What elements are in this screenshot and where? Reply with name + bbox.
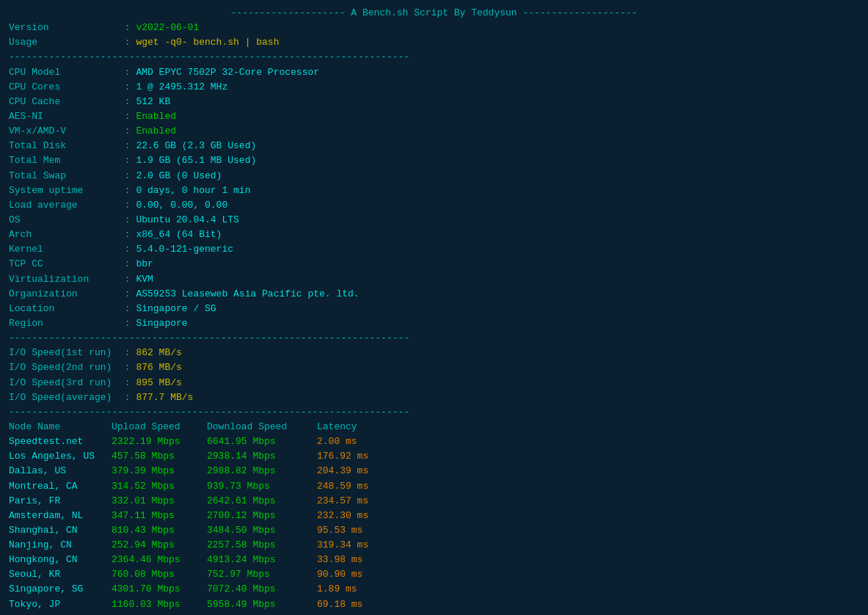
th-node: Node Name	[9, 420, 112, 434]
vm-line: VM-x/AMD-V : Enabled	[9, 124, 859, 139]
total-mem-value: 1.9 GB (65.1 MB Used)	[136, 153, 256, 168]
aes-ni-line: AES-NI : Enabled	[9, 109, 859, 124]
total-swap-label: Total Swap	[9, 169, 119, 183]
vm-label: VM-x/AMD-V	[9, 124, 119, 139]
speed-download: 2700.12 Mbps	[207, 509, 317, 523]
speed-table-row: Hongkong, CN 2364.46 Mbps 4913.24 Mbps 3…	[9, 553, 859, 567]
speed-node: Amsterdam, NL	[9, 509, 112, 523]
aes-ni-value: Enabled	[136, 109, 176, 124]
total-swap-line: Total Swap : 2.0 GB (0 Used)	[9, 169, 859, 183]
speed-latency: 33.98 ms	[317, 553, 362, 567]
org-value: AS59253 Leaseweb Asia Pacific pte. ltd.	[136, 287, 359, 302]
io-run1-value: 862 MB/s	[136, 346, 181, 360]
cpu-cache-line: CPU Cache : 512 KB	[9, 95, 859, 109]
region-value: Singapore	[136, 316, 187, 331]
divider-1: ----------------------------------------…	[9, 50, 859, 65]
speed-latency: 95.53 ms	[317, 523, 362, 538]
speed-node: Shanghai, CN	[9, 523, 112, 538]
io-run3-line: I/O Speed(3rd run) : 895 MB/s	[9, 376, 859, 390]
speed-download: 752.97 Mbps	[207, 567, 317, 582]
virtualization-label: Virtualization	[9, 272, 119, 287]
speed-node: Hongkong, CN	[9, 553, 112, 567]
speed-node: Tokyo, JP	[9, 597, 112, 612]
speed-table-row: Montreal, CA 314.52 Mbps 939.73 Mbps 248…	[9, 479, 859, 494]
speed-latency: 319.34 ms	[317, 538, 368, 553]
speed-node: Paris, FR	[9, 494, 112, 509]
speed-upload: 760.08 Mbps	[112, 567, 207, 582]
tcp-cc-value: bbr	[136, 257, 153, 272]
cpu-cache-value: 512 KB	[136, 95, 170, 109]
speed-node: Nanjing, CN	[9, 538, 112, 553]
os-line: OS : Ubuntu 20.04.4 LTS	[9, 213, 859, 228]
speed-table-row: Tokyo, JP 1160.03 Mbps 5958.49 Mbps 69.1…	[9, 597, 859, 612]
os-value: Ubuntu 20.04.4 LTS	[136, 213, 238, 228]
cpu-model-label: CPU Model	[9, 65, 119, 80]
location-label: Location	[9, 302, 119, 316]
speed-download: 3484.50 Mbps	[207, 523, 317, 538]
speed-table-row: Seoul, KR 760.08 Mbps 752.97 Mbps 90.90 …	[9, 567, 859, 582]
kernel-label: Kernel	[9, 242, 119, 257]
speed-latency: 204.39 ms	[317, 464, 368, 478]
speed-download: 7072.40 Mbps	[207, 582, 317, 597]
usage-value: wget -q0- bench.sh | bash	[136, 35, 279, 50]
io-avg-value: 877.7 MB/s	[136, 390, 193, 405]
aes-ni-label: AES-NI	[9, 109, 119, 124]
location-value: Singapore / SG	[136, 302, 216, 316]
uptime-label: System uptime	[9, 183, 119, 198]
cpu-cores-line: CPU Cores : 1 @ 2495.312 MHz	[9, 80, 859, 95]
speed-upload: 4301.70 Mbps	[112, 582, 207, 597]
speed-table-row: Los Angeles, US 457.58 Mbps 2938.14 Mbps…	[9, 449, 859, 464]
cpu-cores-label: CPU Cores	[9, 80, 119, 95]
os-label: OS	[9, 213, 119, 228]
divider-3: ----------------------------------------…	[9, 405, 859, 420]
io-run3-label: I/O Speed(3rd run)	[9, 376, 119, 390]
speed-download: 2988.82 Mbps	[207, 464, 317, 478]
org-label: Organization	[9, 287, 119, 302]
speed-download: 2642.61 Mbps	[207, 494, 317, 509]
speed-upload: 332.01 Mbps	[112, 494, 207, 509]
total-mem-line: Total Mem : 1.9 GB (65.1 MB Used)	[9, 153, 859, 168]
speed-upload: 2364.46 Mbps	[112, 553, 207, 567]
speed-latency: 248.59 ms	[317, 479, 368, 494]
divider-4: ----------------------------------------…	[9, 612, 859, 615]
speed-table-row: Paris, FR 332.01 Mbps 2642.61 Mbps 234.5…	[9, 494, 859, 509]
load-label: Load average	[9, 198, 119, 213]
arch-line: Arch : x86_64 (64 Bit)	[9, 228, 859, 242]
speed-latency: 234.57 ms	[317, 494, 368, 509]
load-line: Load average : 0.00, 0.00, 0.00	[9, 198, 859, 213]
speed-latency: 90.90 ms	[317, 567, 362, 582]
io-run3-value: 895 MB/s	[136, 376, 181, 390]
arch-label: Arch	[9, 228, 119, 242]
version-value: v2022-06-01	[136, 21, 199, 35]
th-download: Download Speed	[207, 420, 317, 434]
speed-table-row: Singapore, SG 4301.70 Mbps 7072.40 Mbps …	[9, 582, 859, 597]
speed-download: 4913.24 Mbps	[207, 553, 317, 567]
divider-2: ----------------------------------------…	[9, 331, 859, 346]
speed-upload: 457.58 Mbps	[112, 449, 207, 464]
load-value: 0.00, 0.00, 0.00	[136, 198, 227, 213]
virtualization-line: Virtualization : KVM	[9, 272, 859, 287]
usage-label: Usage	[9, 35, 119, 50]
io-avg-line: I/O Speed(average) : 877.7 MB/s	[9, 390, 859, 405]
org-line: Organization : AS59253 Leaseweb Asia Pac…	[9, 287, 859, 302]
speed-latency: 176.92 ms	[317, 449, 368, 464]
io-run2-value: 876 MB/s	[136, 360, 181, 375]
speed-table-row: Amsterdam, NL 347.11 Mbps 2700.12 Mbps 2…	[9, 509, 859, 523]
speed-upload: 379.39 Mbps	[112, 464, 207, 478]
region-line: Region : Singapore	[9, 316, 859, 331]
uptime-value: 0 days, 0 hour 1 min	[136, 183, 250, 198]
kernel-value: 5.4.0-121-generic	[136, 242, 233, 257]
vm-value: Enabled	[136, 124, 176, 139]
th-upload: Upload Speed	[112, 420, 207, 434]
io-run1-line: I/O Speed(1st run) : 862 MB/s	[9, 346, 859, 360]
location-line: Location : Singapore / SG	[9, 302, 859, 316]
version-label: Version	[9, 21, 119, 35]
total-disk-label: Total Disk	[9, 139, 119, 153]
speed-latency: 69.18 ms	[317, 597, 362, 612]
speed-node: Montreal, CA	[9, 479, 112, 494]
total-swap-value: 2.0 GB (0 Used)	[136, 169, 222, 183]
tcp-cc-line: TCP CC : bbr	[9, 257, 859, 272]
speed-upload: 1160.03 Mbps	[112, 597, 207, 612]
header-title: -------------------- A Bench.sh Script B…	[9, 6, 859, 21]
speed-upload: 2322.19 Mbps	[112, 434, 207, 449]
